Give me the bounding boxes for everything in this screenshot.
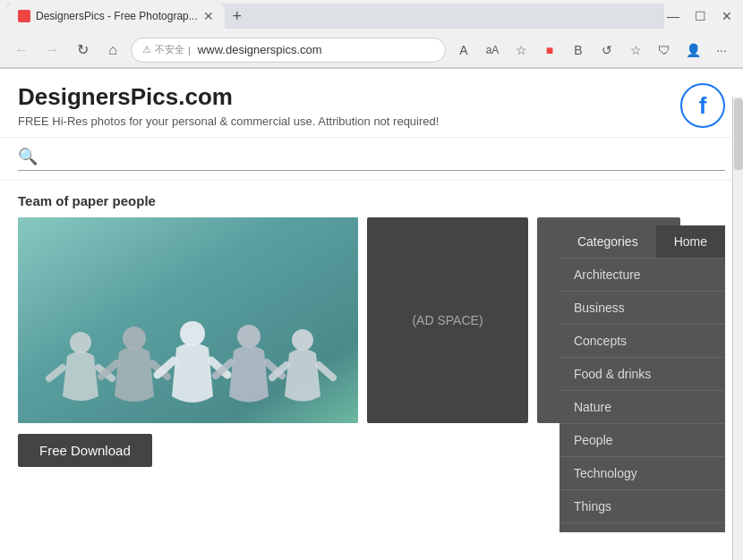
warning-icon: ⚠ bbox=[142, 44, 151, 55]
svg-point-13 bbox=[292, 329, 313, 351]
shield-button[interactable]: 🛡 bbox=[652, 38, 677, 63]
close-button[interactable]: ✕ bbox=[718, 7, 736, 25]
security-indicator: ⚠ 不安全 | bbox=[142, 43, 191, 56]
ad-space: (AD SPACE) bbox=[367, 217, 528, 423]
svg-point-10 bbox=[237, 325, 260, 348]
maximize-button[interactable]: ☐ bbox=[691, 7, 709, 25]
site-header: DesignersPics.com FREE Hi-Res photos for… bbox=[0, 69, 743, 138]
tab-title: DesignersPics - Free Photograp... bbox=[36, 10, 198, 22]
forward-button[interactable]: → bbox=[39, 38, 64, 63]
menu-item-business[interactable]: Business bbox=[559, 291, 725, 324]
main-image[interactable] bbox=[18, 217, 358, 423]
address-bar[interactable]: ⚠ 不安全 | www.designerspics.com bbox=[131, 38, 446, 63]
search-bar-container: 🔍 bbox=[0, 138, 743, 181]
scrollbar-thumb[interactable] bbox=[734, 98, 743, 170]
menu-item-things[interactable]: Things bbox=[559, 489, 725, 522]
scrollbar-track[interactable] bbox=[732, 97, 743, 560]
search-input-wrapper: 🔍 bbox=[18, 147, 725, 171]
font-button[interactable]: aA bbox=[480, 38, 505, 63]
free-download-button[interactable]: Free Download bbox=[18, 434, 152, 467]
home-menu-header[interactable]: Home bbox=[656, 225, 725, 258]
svg-point-1 bbox=[70, 332, 91, 353]
tab-close-button[interactable]: ✕ bbox=[203, 9, 214, 23]
site-subtitle: FREE Hi-Res photos for your personal & c… bbox=[18, 115, 725, 128]
home-button[interactable]: ⌂ bbox=[100, 38, 125, 63]
facebook-button[interactable]: f bbox=[680, 83, 725, 128]
window-controls: — ☐ ✕ bbox=[664, 7, 736, 25]
translate-button[interactable]: B bbox=[566, 38, 591, 63]
svg-point-4 bbox=[123, 327, 146, 350]
page-content: DesignersPics.com FREE Hi-Res photos for… bbox=[0, 69, 743, 532]
search-input[interactable] bbox=[45, 149, 725, 164]
account-button[interactable]: 👤 bbox=[680, 38, 705, 63]
nav-icons: A aA ☆ ■ B ↺ ☆ 🛡 👤 ··· bbox=[451, 38, 734, 63]
menu-item-architecture[interactable]: Architecture bbox=[559, 258, 725, 291]
menu-item-food-drinks[interactable]: Food & drinks bbox=[559, 357, 725, 390]
browser-tab[interactable]: DesignersPics - Free Photograp... ✕ bbox=[7, 4, 225, 29]
address-url[interactable]: www.designerspics.com bbox=[198, 43, 322, 56]
new-tab-button[interactable]: + bbox=[225, 4, 250, 29]
refresh-button[interactable]: ↻ bbox=[70, 38, 95, 63]
minimize-button[interactable]: — bbox=[664, 7, 682, 25]
section-title: Team of paper people bbox=[18, 193, 725, 208]
dropdown-header: Categories Home bbox=[559, 225, 725, 258]
menu-item-uncategorised[interactable]: Uncategorised bbox=[559, 522, 725, 532]
title-bar: DesignersPics - Free Photograp... ✕ + — … bbox=[0, 0, 743, 32]
search-icon: 🔍 bbox=[18, 147, 38, 166]
site-title: DesignersPics.com bbox=[18, 83, 725, 111]
svg-point-7 bbox=[180, 321, 205, 346]
tab-favicon bbox=[18, 10, 30, 22]
history-button[interactable]: ↺ bbox=[594, 38, 619, 63]
menu-item-technology[interactable]: Technology bbox=[559, 456, 725, 489]
paper-people-image bbox=[18, 217, 358, 423]
more-button[interactable]: ··· bbox=[709, 38, 734, 63]
back-button[interactable]: ← bbox=[9, 38, 34, 63]
bookmark-button[interactable]: ■ bbox=[537, 38, 562, 63]
menu-item-nature[interactable]: Nature bbox=[559, 390, 725, 423]
reader-mode-button[interactable]: A bbox=[451, 38, 476, 63]
extensions-button[interactable]: ☆ bbox=[508, 38, 534, 63]
browser-chrome: DesignersPics - Free Photograp... ✕ + — … bbox=[0, 0, 743, 69]
menu-item-people[interactable]: People bbox=[559, 423, 725, 456]
menu-item-concepts[interactable]: Concepts bbox=[559, 324, 725, 357]
favorites-button[interactable]: ☆ bbox=[623, 38, 648, 63]
dropdown-menu: Categories Home Architecture Business Co… bbox=[559, 225, 725, 532]
nav-bar: ← → ↻ ⌂ ⚠ 不安全 | www.designerspics.com A … bbox=[0, 32, 743, 68]
categories-menu-header[interactable]: Categories bbox=[559, 225, 656, 258]
tab-bar: DesignersPics - Free Photograp... ✕ + bbox=[7, 4, 664, 29]
